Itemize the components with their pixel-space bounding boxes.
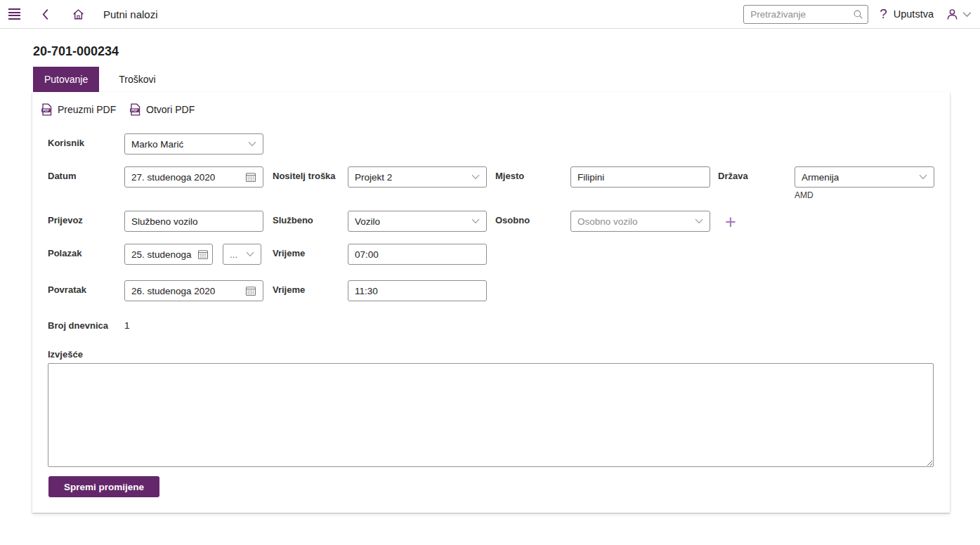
polazak-datepicker[interactable]: 25. studenoga: [124, 244, 213, 265]
sluzbeno-label: Službeno: [273, 215, 313, 225]
povratak-datepicker[interactable]: 26. studenoga 2020: [124, 280, 263, 301]
vrijeme-povratka-input[interactable]: [348, 280, 487, 301]
search-icon[interactable]: [853, 9, 863, 20]
currency-code: AMD: [795, 190, 814, 200]
mjesto-input[interactable]: [570, 166, 710, 188]
chevron-down-icon: [919, 174, 927, 180]
search-box: [743, 5, 868, 24]
povratak-label: Povratak: [48, 284, 86, 295]
nositelj-troska-value: Projekt 2: [355, 172, 392, 183]
hamburger-icon: [8, 7, 20, 22]
datum-value: 27. studenoga 2020: [131, 172, 215, 183]
chevron-down-icon: [471, 218, 480, 224]
broj-dnevnica-label: Broj dnevnica: [48, 320, 108, 331]
chevron-down-icon: [248, 141, 256, 147]
korisnik-value: Marko Marić: [131, 139, 183, 150]
sluzbeno-value: Vozilo: [355, 216, 380, 227]
topbar-right: ? Uputstva: [743, 5, 980, 24]
izvjesce-textarea[interactable]: [48, 363, 934, 467]
prijevoz-label: Prijevoz: [48, 215, 83, 225]
tab-bar: Putovanje Troškovi: [33, 67, 167, 92]
chevron-down-icon: [695, 218, 703, 224]
open-pdf-button[interactable]: PDF Otvori PDF: [129, 103, 195, 116]
search-input[interactable]: [743, 5, 868, 24]
user-menu-chevron-icon[interactable]: [962, 11, 972, 18]
prijevoz-input[interactable]: [124, 211, 263, 232]
plus-icon: +: [725, 211, 736, 232]
user-icon[interactable]: [946, 8, 959, 21]
home-icon: [72, 8, 84, 20]
drzava-value: Armenija: [802, 172, 839, 183]
korisnik-label: Korisnik: [48, 138, 84, 148]
mjesto-label: Mjesto: [495, 171, 524, 181]
drzava-select[interactable]: Armenija: [795, 166, 934, 188]
menu-button[interactable]: [8, 7, 20, 22]
polazak-label: Polazak: [48, 248, 81, 258]
pdf-file-icon: PDF: [41, 103, 53, 116]
tab-troskovi[interactable]: Troškovi: [107, 67, 166, 92]
nositelj-troska-label: Nositelj troška: [273, 171, 336, 181]
polazak-value: 25. studenoga: [131, 249, 192, 260]
sluzbeno-select[interactable]: Vozilo: [348, 211, 487, 232]
vrijeme-polaska-label: Vrijeme: [273, 248, 305, 258]
save-changes-button[interactable]: Spremi promijene: [48, 476, 159, 497]
povratak-value: 26. studenoga 2020: [131, 286, 215, 296]
chevron-down-icon: [471, 174, 480, 180]
osobno-label: Osobno: [495, 215, 530, 225]
calendar-icon: [245, 285, 256, 296]
pdf-file-icon: PDF: [129, 103, 141, 116]
home-button[interactable]: [72, 8, 84, 20]
vrijeme-povratka-label: Vrijeme: [273, 284, 305, 295]
osobno-select[interactable]: Osobno vozilo: [570, 211, 710, 232]
download-pdf-button[interactable]: PDF Preuzmi PDF: [41, 103, 116, 116]
calendar-icon: [245, 171, 256, 183]
polazak-extra-value: ...: [230, 249, 237, 260]
polazak-extra-select[interactable]: ...: [223, 244, 261, 265]
page-title: 20-701-000234: [33, 44, 119, 59]
calendar-icon: [197, 249, 209, 260]
add-button[interactable]: +: [723, 213, 738, 231]
back-button[interactable]: [41, 8, 49, 20]
nositelj-troska-select[interactable]: Projekt 2: [348, 166, 487, 188]
svg-text:PDF: PDF: [43, 109, 49, 112]
open-pdf-label: Otvori PDF: [146, 104, 195, 115]
chevron-down-icon: [246, 251, 254, 257]
datum-datepicker[interactable]: 27. studenoga 2020: [124, 166, 263, 188]
topbar-left: Putni nalozi: [0, 7, 158, 22]
svg-text:PDF: PDF: [131, 109, 138, 112]
app-title: Putni nalozi: [103, 8, 158, 20]
help-icon[interactable]: ?: [880, 6, 887, 22]
osobno-placeholder: Osobno vozilo: [577, 216, 638, 227]
topbar: Putni nalozi ? Uputstva: [0, 0, 980, 29]
help-label[interactable]: Uputstva: [894, 8, 934, 20]
korisnik-select[interactable]: Marko Marić: [124, 133, 263, 155]
vrijeme-polaska-input[interactable]: [348, 244, 487, 265]
download-pdf-label: Preuzmi PDF: [58, 104, 116, 115]
izvjesce-label: Izvješće: [48, 349, 83, 360]
drzava-label: Država: [718, 171, 748, 181]
datum-label: Datum: [48, 171, 76, 181]
broj-dnevnica-value: 1: [124, 320, 130, 331]
chevron-left-icon: [41, 8, 49, 20]
tab-putovanje[interactable]: Putovanje: [33, 67, 99, 92]
screen: Putni nalozi ? Uputstva: [0, 0, 980, 545]
